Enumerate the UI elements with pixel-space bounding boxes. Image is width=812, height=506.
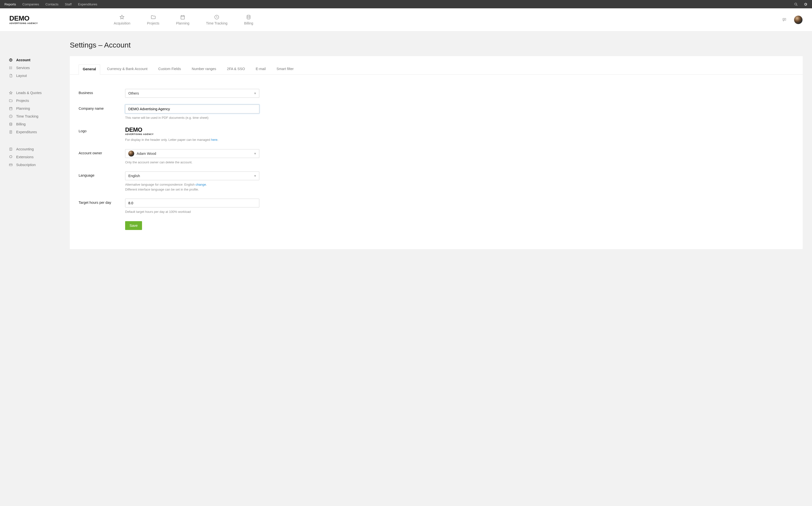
folder-icon (9, 99, 13, 103)
chevron-down-icon: ▾ (254, 91, 256, 95)
database-icon (246, 14, 251, 20)
tab-2fa-sso[interactable]: 2FA & SSO (223, 64, 249, 74)
sidebar-item-label: Extensions (16, 155, 33, 159)
card-icon (9, 163, 13, 167)
settings-sidebar: Account Services Layout Leads & Quotes P… (0, 31, 70, 264)
nav-planning[interactable]: Planning (176, 14, 189, 25)
tab-email[interactable]: E-mail (252, 64, 270, 74)
tab-currency[interactable]: Currency & Bank Account (103, 64, 151, 74)
company-name-input[interactable] (125, 104, 259, 113)
company-help: This name will be used in PDF documents … (125, 115, 259, 120)
svg-rect-31 (9, 164, 12, 166)
topnav-companies[interactable]: Companies (22, 2, 39, 6)
topnav-reports[interactable]: Reports (4, 2, 16, 6)
logo-preview-name: DEMO (125, 127, 259, 133)
sidebar-item-services[interactable]: Services (9, 64, 65, 72)
nav-billing[interactable]: Billing (244, 14, 253, 25)
database-icon (9, 122, 13, 126)
svg-marker-18 (9, 91, 12, 94)
logo-help-text: For display in the header only. Letter p… (125, 138, 211, 142)
search-icon[interactable] (794, 2, 798, 6)
language-help-line2: Different interface language can be set … (125, 188, 199, 191)
owner-select[interactable]: Adam Wood ▾ (125, 149, 259, 158)
sidebar-item-billing[interactable]: Billing (9, 120, 65, 128)
sidebar-item-leads[interactable]: Leads & Quotes (9, 89, 65, 97)
sidebar-item-label: Subscription (16, 163, 36, 167)
sidebar-item-planning[interactable]: Planning (9, 104, 65, 112)
business-value: Others (128, 91, 139, 95)
topnav-contacts[interactable]: Contacts (46, 2, 59, 6)
sidebar-item-timetracking[interactable]: Time Tracking (9, 112, 65, 120)
sidebar-item-account[interactable]: Account (9, 56, 65, 64)
sidebar-item-label: Planning (16, 106, 30, 110)
sidebar-item-label: Leads & Quotes (16, 91, 41, 95)
target-hours-help: Default target hours per day at 100% wor… (125, 209, 259, 214)
nav-timetracking[interactable]: Time Tracking (206, 14, 227, 25)
owner-help: Only the account owner can delete the ac… (125, 160, 259, 165)
page-title: Settings – Account (70, 41, 803, 49)
main-nav: Acquisition Projects Planning Time Track… (114, 14, 254, 25)
folder-icon (151, 14, 156, 20)
topnav-staff[interactable]: Staff (65, 2, 72, 6)
brand-name: DEMO (9, 15, 38, 21)
svg-point-24 (10, 123, 12, 124)
sidebar-item-label: Account (16, 58, 30, 62)
business-select[interactable]: Others ▾ (125, 89, 259, 98)
globe-icon (9, 58, 13, 62)
sidebar-item-extensions[interactable]: Extensions (9, 153, 65, 161)
list-icon (9, 66, 13, 70)
nav-billing-label: Billing (244, 21, 253, 25)
logo-label: Logo (79, 127, 125, 133)
tab-general[interactable]: General (79, 64, 100, 75)
svg-rect-19 (10, 107, 12, 110)
topbar: Reports Companies Contacts Staff Expendi… (0, 0, 812, 8)
nav-acquisition[interactable]: Acquisition (114, 14, 130, 25)
settings-panel: General Currency & Bank Account Custom F… (70, 56, 803, 249)
logo-preview[interactable]: DEMO ADVERTISING AGENCY (125, 127, 259, 136)
language-select[interactable]: English ▾ (125, 171, 259, 180)
calendar-icon (9, 106, 13, 110)
brand-logo[interactable]: DEMO ADVERTISING AGENCY (9, 15, 38, 24)
language-help-line1-suffix: . (206, 183, 207, 186)
calendar-icon (180, 14, 185, 20)
logo-help: For display in the header only. Letter p… (125, 138, 259, 142)
save-button[interactable]: Save (125, 221, 142, 230)
tab-customfields[interactable]: Custom Fields (154, 64, 185, 74)
nav-projects[interactable]: Projects (147, 14, 159, 25)
logo-help-suffix: . (217, 138, 218, 142)
company-label: Company name (79, 104, 125, 110)
topbar-links: Reports Companies Contacts Staff Expendi… (4, 2, 97, 6)
brand-tagline: ADVERTISING AGENCY (9, 22, 38, 24)
star-icon (9, 91, 13, 95)
topnav-expenditures[interactable]: Expenditures (78, 2, 97, 6)
book-icon (9, 147, 13, 151)
puzzle-icon (9, 155, 13, 159)
tab-numberranges[interactable]: Number ranges (188, 64, 220, 74)
sidebar-item-label: Accounting (16, 147, 34, 151)
letter-paper-link[interactable]: here (211, 138, 217, 142)
target-hours-label: Target hours per day (79, 199, 125, 204)
sidebar-item-label: Services (16, 66, 30, 70)
svg-rect-3 (181, 16, 185, 19)
change-language-link[interactable]: change (196, 183, 206, 186)
svg-line-1 (797, 5, 798, 6)
target-hours-input[interactable] (125, 199, 259, 207)
sidebar-item-expenditures[interactable]: Expenditures (9, 128, 65, 136)
sidebar-item-subscription[interactable]: Subscription (9, 161, 65, 169)
svg-point-8 (247, 15, 250, 17)
chat-icon[interactable] (782, 17, 787, 22)
sidebar-item-layout[interactable]: Layout (9, 72, 65, 80)
sidebar-item-label: Time Tracking (16, 114, 38, 118)
nav-acquisition-label: Acquisition (114, 21, 130, 25)
star-icon (119, 14, 125, 20)
language-label: Language (79, 171, 125, 177)
sidebar-item-label: Expenditures (16, 130, 37, 134)
gear-icon[interactable] (803, 2, 808, 6)
tab-smartfilter[interactable]: Smart filter (273, 64, 297, 74)
sidebar-item-accounting[interactable]: Accounting (9, 145, 65, 153)
user-avatar[interactable] (794, 15, 803, 24)
logo-preview-tagline: ADVERTISING AGENCY (125, 133, 259, 136)
header: DEMO ADVERTISING AGENCY Acquisition Proj… (0, 8, 812, 31)
sidebar-item-projects[interactable]: Projects (9, 97, 65, 104)
clock-icon (214, 14, 219, 20)
